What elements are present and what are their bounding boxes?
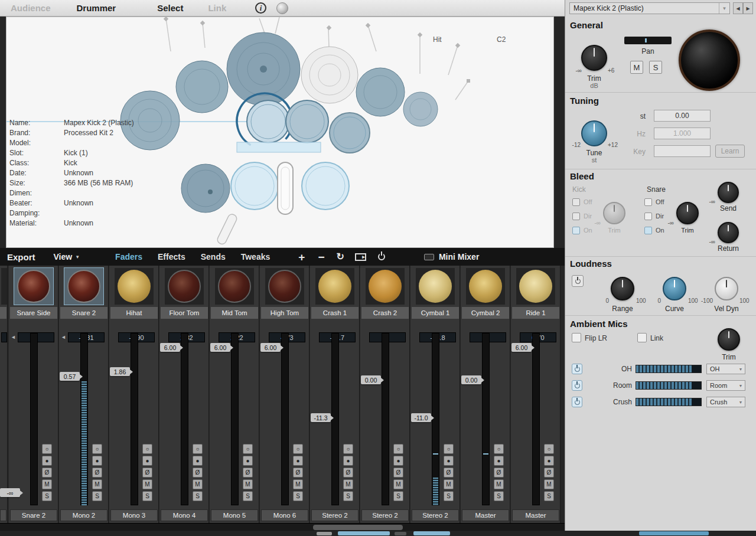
channel-solo-button[interactable]: S — [544, 491, 554, 501]
channel-solo-button[interactable]: S — [243, 491, 253, 501]
cymbal-right-shape[interactable] — [356, 68, 405, 116]
channel-mute-button[interactable]: M — [293, 479, 303, 489]
channel-solo-button[interactable]: S — [343, 491, 353, 501]
channel-output-button[interactable]: ○ — [494, 444, 504, 454]
channel-thumbnail[interactable] — [165, 268, 204, 305]
channel-output-select[interactable]: Mono 4 — [161, 509, 208, 521]
channel-fader-handle[interactable]: 6.00 — [160, 343, 180, 352]
channel-output-button[interactable]: ○ — [42, 444, 52, 454]
bleed-return-knob[interactable] — [718, 222, 739, 243]
channel-thumbnail[interactable] — [366, 268, 405, 305]
channel-output-select[interactable]: Stereo 2 — [311, 509, 359, 521]
key-field[interactable] — [654, 145, 711, 157]
channel-thumbnail[interactable] — [516, 268, 555, 305]
channel-fader-handle[interactable]: 6.00 — [260, 343, 281, 352]
channel-phase-button[interactable]: Ø — [293, 468, 303, 478]
channel-mute-button[interactable]: M — [393, 479, 403, 489]
channel-solo-button[interactable]: S — [494, 491, 504, 501]
rack-tom-3-shape[interactable] — [330, 113, 370, 153]
learn-button[interactable]: Learn — [715, 145, 745, 158]
channel-fader-handle[interactable]: 6.00 — [210, 343, 230, 352]
solo-button[interactable]: S — [649, 61, 662, 74]
channel-output-select[interactable]: Snare 2 — [10, 509, 57, 521]
channel-record-button[interactable]: ● — [393, 456, 403, 466]
bleed-dir-checkbox[interactable] — [572, 213, 580, 220]
pan-slider[interactable] — [624, 37, 672, 44]
channel-phase-button[interactable]: Ø — [494, 468, 504, 478]
channel-output-button[interactable]: ○ — [544, 444, 554, 454]
bleed-on-checkbox[interactable] — [572, 227, 580, 234]
mini-mixer-checkbox[interactable] — [424, 254, 434, 260]
menu-item-audience[interactable]: Audience — [11, 3, 51, 13]
mixer-tab-sends[interactable]: Sends — [201, 252, 226, 262]
channel-output-select[interactable]: Mono 6 — [261, 509, 308, 521]
splash-right-shape[interactable] — [403, 92, 438, 126]
channel-mute-button[interactable]: M — [544, 479, 554, 489]
channel-fader-handle[interactable]: -11.3 — [311, 413, 331, 422]
channel-output-select[interactable]: Mono 3 — [110, 509, 158, 521]
channel-mute-button[interactable]: M — [92, 479, 102, 489]
vel-dyn-knob[interactable] — [715, 277, 738, 300]
st-field[interactable]: 0.00 — [654, 110, 711, 122]
channel-fader-handle[interactable]: 0.00 — [361, 375, 381, 384]
channel-output-button[interactable]: ○ — [293, 444, 303, 454]
ambient-crush-select[interactable]: Crush▼ — [706, 397, 745, 407]
snare-2-shape[interactable] — [302, 162, 349, 210]
channel-output-select[interactable]: Master — [462, 509, 509, 521]
channel-fader-track[interactable] — [30, 333, 38, 505]
channel-record-button[interactable]: ● — [92, 456, 102, 466]
channel-thumbnail[interactable] — [265, 268, 304, 305]
channel-record-button[interactable]: ● — [243, 456, 253, 466]
channel-record-button[interactable]: ● — [494, 456, 504, 466]
channel-fader-track[interactable] — [532, 333, 540, 505]
channel-output-button[interactable]: ○ — [343, 444, 353, 454]
channel-thumbnail[interactable] — [215, 268, 254, 305]
channel-fader-handle[interactable]: 6.00 — [511, 343, 532, 352]
hz-field[interactable]: 1.000 — [654, 128, 711, 139]
channel-fader-handle[interactable]: 0.00 — [461, 375, 481, 384]
channel-volume-display[interactable] — [1, 332, 7, 342]
snare-bleed-trim-knob[interactable] — [676, 202, 699, 224]
flip-lr-checkbox[interactable] — [572, 333, 581, 342]
ambient-crush-power-button[interactable] — [572, 397, 582, 407]
channel-fader-handle[interactable]: -∞ — [0, 488, 20, 497]
drumstick-shape[interactable] — [216, 213, 238, 246]
next-instrument-button[interactable]: ▶ — [743, 2, 753, 14]
channel-solo-button[interactable]: S — [142, 491, 152, 501]
menu-item-link[interactable]: Link — [208, 3, 226, 13]
export-button[interactable]: Export — [7, 252, 35, 262]
channel-fader-track[interactable] — [131, 333, 138, 505]
ambient-oh-power-button[interactable] — [572, 364, 582, 374]
curve-knob[interactable] — [663, 277, 686, 300]
mixer-tab-faders[interactable]: Faders — [115, 252, 142, 262]
channel-mute-button[interactable]: M — [193, 479, 203, 489]
channel-record-button[interactable]: ● — [293, 456, 303, 466]
pedal-shape[interactable] — [278, 162, 293, 214]
menu-item-select[interactable]: Select — [157, 3, 183, 13]
pan-handle[interactable] — [645, 38, 647, 43]
channel-phase-button[interactable]: Ø — [393, 468, 403, 478]
add-channel-button[interactable]: + — [298, 251, 305, 263]
channel-output-button[interactable]: ○ — [142, 444, 152, 454]
bleed-off-checkbox[interactable] — [572, 198, 580, 206]
detach-mixer-button[interactable]: ▸ — [355, 253, 366, 261]
cymbal-left-upper-shape[interactable] — [176, 61, 228, 113]
bleed-on-checkbox[interactable] — [644, 227, 652, 234]
channel-phase-button[interactable]: Ø — [142, 468, 152, 478]
channel-solo-button[interactable]: S — [293, 491, 303, 501]
channel-fader-handle[interactable]: 1.86 — [110, 367, 130, 376]
tune-knob[interactable] — [581, 120, 607, 146]
channel-fader-track[interactable] — [231, 333, 239, 505]
floor-tom-shape[interactable] — [181, 164, 230, 213]
channel-phase-button[interactable]: Ø — [444, 468, 454, 478]
channel-fader-track[interactable] — [382, 333, 389, 505]
channel-fader-handle[interactable]: -11.0 — [411, 413, 431, 422]
loudness-power-button[interactable] — [572, 275, 584, 287]
channel-record-button[interactable]: ● — [544, 456, 554, 466]
rack-tom-2-shape[interactable] — [286, 100, 328, 143]
channel-fader-track[interactable] — [482, 333, 490, 505]
channel-output-button[interactable]: ○ — [193, 444, 203, 454]
ambient-room-power-button[interactable] — [572, 380, 582, 391]
link-checkbox[interactable] — [637, 333, 647, 342]
channel-solo-button[interactable]: S — [193, 491, 203, 501]
